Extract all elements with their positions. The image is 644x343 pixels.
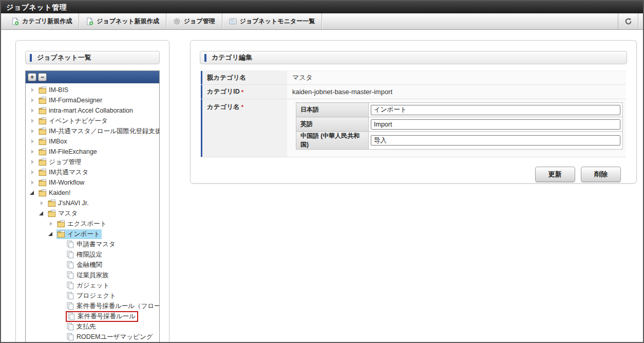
category-name-row: カテゴリ名* 日本語 英語 中国語 (中華人民共和国)	[201, 99, 626, 157]
parent-category-label: 親カテゴリ名	[201, 71, 287, 84]
expander-icon[interactable]	[29, 170, 38, 174]
folder-icon	[39, 127, 47, 135]
folder-icon	[39, 137, 47, 146]
tree-item-label: IM-共通マスタ／ロール国際化登録支援機能	[49, 127, 159, 136]
parent-category-row: 親カテゴリ名 マスタ	[201, 70, 626, 85]
tree-item[interactable]: IM-FormaDesigner	[26, 95, 159, 105]
tree-item[interactable]: ジョブ管理	[26, 157, 159, 167]
tree-item-label: IM-FormaDesigner	[49, 97, 102, 104]
expand-all-button[interactable]: +	[28, 73, 36, 81]
tree-item[interactable]: RODEMユーザマッピング	[26, 332, 159, 342]
tree-item[interactable]: 従業員家族	[26, 270, 159, 280]
expander-icon[interactable]	[29, 139, 38, 143]
expander-icon[interactable]	[29, 180, 38, 185]
tree-item-label: ジョブ管理	[49, 158, 81, 167]
tree-item[interactable]: 金融機関	[26, 260, 159, 270]
expander-icon[interactable]	[29, 160, 38, 164]
tree-item-label: IMBox	[49, 138, 67, 145]
document-icon	[66, 292, 74, 300]
refresh-icon	[624, 17, 632, 25]
folder-icon	[39, 96, 47, 104]
tree-item-label: Kaiden!	[49, 189, 70, 196]
tree-item[interactable]: IM-FileExchange	[26, 147, 159, 157]
tree-item[interactable]: IM-BIS	[26, 85, 159, 95]
tree-item[interactable]: IM-共通マスタ／ロール国際化登録支援機能	[26, 126, 159, 136]
tree-item[interactable]: 案件番号採番ルール	[26, 311, 159, 321]
tree-item-label: エクスポート	[67, 220, 106, 228]
category-id-value: kaiden-jobnet-base-master-import	[287, 85, 626, 99]
tree-item[interactable]: J'sNAVI Jr.	[26, 198, 159, 208]
tree-item-label: インポート	[67, 230, 100, 239]
document-icon	[67, 312, 75, 320]
tree-item[interactable]: IM共通マスタ	[26, 167, 159, 177]
tree-item-label: 案件番号採番ルール（フロー連携）	[77, 302, 159, 311]
tree-item[interactable]: 権限設定	[26, 249, 159, 260]
tree-item[interactable]: エクスポート	[26, 219, 159, 229]
locale-label: 英語	[296, 117, 369, 132]
category-edit-title: カテゴリ編集	[212, 53, 252, 62]
category-name-input[interactable]	[371, 135, 620, 146]
tree-item[interactable]: 支払先	[26, 321, 159, 332]
tree-item[interactable]: IM-Workflow	[26, 177, 159, 188]
delete-button[interactable]: 削除	[581, 167, 621, 182]
document-icon	[66, 302, 74, 310]
document-icon	[66, 261, 74, 269]
update-button[interactable]: 更新	[535, 167, 575, 182]
expander-icon[interactable]	[47, 222, 56, 226]
expander-icon[interactable]	[29, 98, 38, 102]
folder-icon	[57, 230, 65, 238]
document-icon	[66, 333, 74, 341]
jobnet-list-header: ジョブネット一覧	[25, 51, 160, 64]
tree-item[interactable]: ガジェット	[26, 280, 159, 291]
tree-item[interactable]: intra-mart Accel Collaboration	[26, 105, 159, 116]
tree-item[interactable]: 案件番号採番ルール（フロー連携）	[26, 301, 159, 311]
expander-icon[interactable]	[29, 88, 38, 92]
tree-item-label: 従業員家族	[77, 271, 109, 280]
folder-icon	[39, 117, 47, 125]
document-icon	[66, 322, 74, 331]
form-actions: 更新 削除	[191, 167, 621, 182]
locale-rows: 日本語 英語 中国語 (中華人民共和国)	[296, 103, 623, 150]
tree-item-label: 権限設定	[77, 250, 102, 259]
expander-icon[interactable]	[29, 191, 38, 195]
tree-item[interactable]: イベントナビゲータ	[26, 116, 159, 126]
document-icon	[66, 240, 74, 248]
category-name-input[interactable]	[371, 105, 620, 115]
document-icon	[66, 271, 74, 279]
jobnet-management-window: ジョブネット管理 カテゴリ新規作成 ジョブネット新規作成 ジョブ管理 ジョブネッ…	[0, 0, 644, 343]
tree-item[interactable]: Kaiden!	[26, 188, 159, 198]
expander-icon[interactable]	[38, 201, 47, 205]
tree-item-label: イベントナビゲータ	[49, 117, 108, 125]
locale-row: 日本語	[296, 103, 623, 117]
expander-icon[interactable]	[29, 119, 38, 123]
toolbar-button[interactable]: ジョブ管理	[166, 13, 222, 29]
expander-icon[interactable]	[47, 232, 56, 236]
tree-item[interactable]: プロジェクト	[26, 291, 159, 301]
required-marker: *	[241, 104, 243, 110]
tree-item-label: 案件番号採番ルール	[78, 312, 136, 321]
expander-icon[interactable]	[29, 150, 38, 154]
tree-item-label: IM-FileExchange	[49, 148, 97, 155]
folder-icon	[39, 189, 47, 197]
collapse-all-button[interactable]: −	[38, 73, 47, 81]
refresh-button[interactable]	[618, 13, 638, 29]
tree-item-label: intra-mart Accel Collaboration	[49, 107, 133, 114]
tree-item[interactable]: 申請書マスタ	[26, 239, 159, 249]
document-icon	[66, 281, 74, 290]
folder-icon	[39, 178, 47, 187]
expander-icon[interactable]	[29, 109, 38, 113]
expander-icon[interactable]	[29, 129, 38, 133]
category-name-locale-table: 日本語 英語 中国語 (中華人民共和国)	[296, 102, 623, 150]
tree-item[interactable]: マスタ	[26, 208, 159, 219]
annotation-highlight: 案件番号採番ルール	[66, 311, 138, 322]
tree-item-label: ガジェット	[77, 281, 109, 290]
tree-item[interactable]: インポート	[26, 229, 159, 239]
category-name-input[interactable]	[371, 119, 620, 130]
toolbar-button[interactable]: ジョブネット新規作成	[79, 13, 166, 29]
toolbar-button[interactable]: ジョブネットモニター一覧	[222, 13, 323, 29]
page-title: ジョブネット管理	[1, 1, 643, 13]
expander-icon[interactable]	[38, 211, 47, 215]
tree-item-label: IM-Workflow	[49, 179, 84, 186]
toolbar-button[interactable]: カテゴリ新規作成	[5, 13, 79, 29]
tree-item[interactable]: IMBox	[26, 136, 159, 147]
